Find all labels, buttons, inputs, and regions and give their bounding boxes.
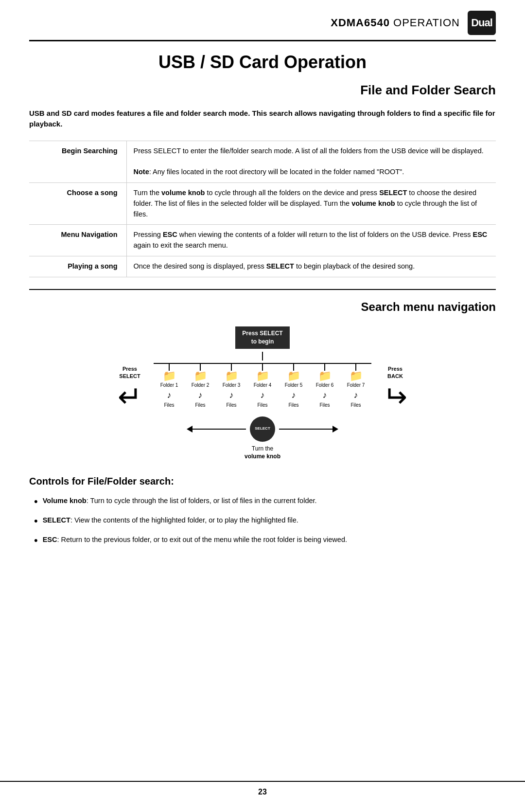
folder-col-2: 📁 Folder 2 ♪ Files xyxy=(185,371,216,409)
folder-label: Folder 1 xyxy=(160,382,178,388)
table-content: Once the desired song is displayed, pres… xyxy=(126,256,496,277)
section-divider xyxy=(29,289,496,290)
page-container: XDMA6540 OPERATION Dual USB / SD Card Op… xyxy=(0,0,525,812)
folders-middle: 📁 Folder 1 ♪ Files 📁 Folder 2 ♪ Files xyxy=(154,363,371,409)
operation-label: OPERATION xyxy=(393,17,460,29)
folder-icon: 📁 xyxy=(225,371,238,381)
right-side-label: Press BACK ↵ xyxy=(383,361,407,412)
table-content: Press SELECT to enter the file/folder se… xyxy=(126,141,496,182)
volume-knob-label: Turn the volume knob xyxy=(245,445,280,461)
bullet-text: SELECT: View the contents of the highlig… xyxy=(43,515,298,526)
diagram-container: Press SELECT to begin Press SELECT ↵ xyxy=(29,326,496,461)
folder-col-7: 📁 Folder 7 ♪ Files xyxy=(340,371,371,409)
page-footer: 23 xyxy=(0,781,525,797)
table-label: Choose a song xyxy=(29,183,126,225)
connector-line xyxy=(262,352,263,361)
curved-arrow-right-icon: ↵ xyxy=(383,382,407,412)
dual-logo: Dual xyxy=(468,11,496,35)
volume-knob-row: SELECT Turn the volume knob xyxy=(187,416,338,461)
header-title: XDMA6540 OPERATION xyxy=(331,16,460,31)
header: XDMA6540 OPERATION Dual xyxy=(29,0,496,41)
music-note-icon: ♪ xyxy=(323,389,327,401)
files-label: Files xyxy=(319,402,330,409)
folder-label: Folder 4 xyxy=(254,382,272,388)
files-label: Files xyxy=(164,402,174,409)
press-select-label: Press SELECT xyxy=(119,365,140,380)
curved-arrow-left-icon: ↵ xyxy=(118,382,142,412)
arrow-right-line xyxy=(279,429,332,430)
music-note-icon: ♪ xyxy=(292,389,296,401)
note-label: Note xyxy=(134,168,149,176)
files-label: Files xyxy=(195,402,205,409)
list-item: SELECT: View the contents of the highlig… xyxy=(34,515,496,527)
folder-icon: 📁 xyxy=(350,371,363,381)
list-item: Volume knob: Turn to cycle through the l… xyxy=(34,496,496,507)
table-row: Begin Searching Press SELECT to enter th… xyxy=(29,141,496,182)
folder-label: Folder 6 xyxy=(316,382,334,388)
arrow-right-icon xyxy=(332,426,338,433)
table-content: Turn the volume knob to cycle through al… xyxy=(126,183,496,225)
arrow-left-line xyxy=(192,429,246,430)
music-note-icon: ♪ xyxy=(261,389,265,401)
files-label: Files xyxy=(288,402,298,409)
controls-title: Controls for File/Folder search: xyxy=(29,474,496,488)
music-note-icon: ♪ xyxy=(229,389,234,401)
folder-col-5: 📁 Folder 5 ♪ Files xyxy=(278,371,309,409)
arrow-left-icon xyxy=(187,426,192,433)
folder-col-4: 📁 Folder 4 ♪ Files xyxy=(247,371,278,409)
folder-icon: 📁 xyxy=(194,371,207,381)
music-note-icon: ♪ xyxy=(354,389,358,401)
files-label: Files xyxy=(350,402,361,409)
model-name: XDMA6540 xyxy=(331,17,390,29)
folder-label: Folder 5 xyxy=(285,382,303,388)
folders-full-row: Press SELECT ↵ xyxy=(29,361,496,412)
folder-col-1: 📁 Folder 1 ♪ Files xyxy=(154,371,185,409)
page-title: USB / SD Card Operation xyxy=(29,50,496,74)
folder-col-6: 📁 Folder 6 ♪ Files xyxy=(309,371,340,409)
table-row: Choose a song Turn the volume knob to cy… xyxy=(29,183,496,225)
left-side-label: Press SELECT ↵ xyxy=(118,361,142,412)
arrow-lr-row: SELECT xyxy=(187,416,338,442)
folder-icon: 📁 xyxy=(163,371,176,381)
bullet-text: ESC: Return to the previous folder, or t… xyxy=(43,535,347,545)
table-row: Menu Navigation Pressing ESC when viewin… xyxy=(29,225,496,256)
music-note-icon: ♪ xyxy=(198,389,203,401)
info-table: Begin Searching Press SELECT to enter th… xyxy=(29,141,496,277)
folder-label: Folder 2 xyxy=(192,382,210,388)
table-row: Playing a song Once the desired song is … xyxy=(29,256,496,277)
right-arrow xyxy=(279,426,338,433)
volume-knob: SELECT xyxy=(250,416,275,442)
music-note-icon: ♪ xyxy=(167,389,172,401)
folder-col-3: 📁 Folder 3 ♪ Files xyxy=(216,371,247,409)
files-label: Files xyxy=(226,402,236,409)
folder-label: Folder 3 xyxy=(223,382,241,388)
files-label: Files xyxy=(257,402,267,409)
table-content: Pressing ESC when viewing the contents o… xyxy=(126,225,496,256)
page-number: 23 xyxy=(258,782,267,797)
intro-paragraph: USB and SD card modes features a file an… xyxy=(29,108,496,130)
table-label: Playing a song xyxy=(29,256,126,277)
list-item: ESC: Return to the previous folder, or t… xyxy=(34,535,496,546)
folders-icons-row: 📁 Folder 1 ♪ Files 📁 Folder 2 ♪ Files xyxy=(154,371,371,409)
bullet-list: Volume knob: Turn to cycle through the l… xyxy=(34,496,496,547)
bullet-text: Volume knob: Turn to cycle through the l… xyxy=(43,496,317,506)
table-label: Begin Searching xyxy=(29,141,126,182)
folder-icon: 📁 xyxy=(287,371,300,381)
section1-title: File and Folder Search xyxy=(29,81,496,99)
press-back-label: Press BACK xyxy=(387,365,403,380)
table-label: Menu Navigation xyxy=(29,225,126,256)
search-nav-title: Search menu navigation xyxy=(29,299,496,315)
left-arrow xyxy=(187,426,246,433)
folder-label: Folder 7 xyxy=(347,382,365,388)
folder-icon: 📁 xyxy=(318,371,332,381)
folder-icon: 📁 xyxy=(256,371,269,381)
press-select-box: Press SELECT to begin xyxy=(235,326,289,349)
